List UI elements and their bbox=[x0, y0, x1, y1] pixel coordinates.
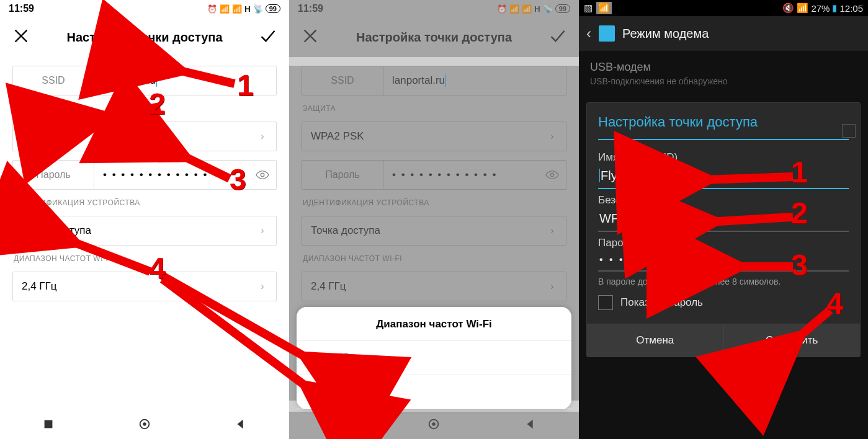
usb-modem-section[interactable]: USB-модем USB-подключения не обнаружено bbox=[579, 51, 868, 96]
chevron-right-icon: › bbox=[249, 225, 276, 236]
close-icon[interactable] bbox=[12, 27, 30, 47]
device-id-section-label: ИДЕНТИФИКАЦИЯ УСТРОЙСТВА bbox=[303, 198, 565, 207]
security-value: WPA2 PSK bbox=[13, 130, 249, 143]
status-icons: ⏰ 📶 📶 H 📡 99 bbox=[497, 4, 570, 14]
hotspot-dialog: Настройка точки доступа Имя сети (SSID) … bbox=[586, 102, 861, 357]
recents-icon[interactable] bbox=[331, 417, 344, 433]
svg-rect-5 bbox=[333, 420, 341, 428]
eye-icon[interactable] bbox=[249, 168, 276, 182]
device-id-section-label: ИДЕНТИФИКАЦИЯ УСТРОЙСТВА bbox=[14, 198, 275, 207]
frequency-popup: Диапазон частот Wi-Fi › 2,4 ГГц 5,0 ГГц bbox=[297, 307, 571, 409]
show-password-row[interactable]: Показать пароль bbox=[598, 295, 849, 310]
silent-icon: 🔇 bbox=[782, 2, 794, 14]
security-row[interactable]: WPA2 PSK › bbox=[12, 122, 277, 151]
dialog-buttons: Отмена Сохранить bbox=[587, 324, 860, 357]
password-row[interactable]: Пароль • • • • • • • • • • • • bbox=[302, 160, 566, 190]
annotation-number-4: 4 bbox=[149, 251, 166, 285]
recents-icon[interactable] bbox=[42, 417, 55, 433]
battery-icon: 99 bbox=[266, 4, 280, 13]
password-input[interactable]: • • • • • • • • • • • • bbox=[383, 169, 539, 181]
chevron-right-icon: › bbox=[539, 281, 566, 292]
ssid-label: Имя сети (SSID) bbox=[598, 151, 849, 164]
freq-option-5-0[interactable]: 5,0 ГГц bbox=[297, 375, 571, 409]
phone-1: 11:59 ⏰ 📶 📶 H 📡 99 Настройка точки досту… bbox=[0, 0, 289, 439]
wifi-icon: 📡 bbox=[543, 4, 553, 14]
chevron-right-icon: › bbox=[539, 131, 566, 142]
confirm-icon[interactable] bbox=[259, 27, 277, 47]
selected-chevron-icon: › bbox=[311, 352, 315, 363]
text-cursor bbox=[156, 74, 157, 87]
svg-point-0 bbox=[261, 173, 264, 177]
confirm-icon[interactable] bbox=[549, 27, 566, 47]
device-id-row[interactable]: Точка доступа › bbox=[302, 216, 566, 246]
save-button[interactable]: Сохранить bbox=[724, 324, 861, 357]
frequency-value: 2,4 ГГц bbox=[13, 280, 249, 293]
password-input[interactable]: • • • • • • • • • • • • • • bbox=[598, 249, 849, 272]
password-hint: В пароле должно быть не менее 8 символов… bbox=[598, 277, 849, 286]
security-value: WPA2 PSK bbox=[302, 130, 539, 143]
ssid-label: SSID bbox=[302, 66, 383, 95]
freq-section-label: ДИАПАЗОН ЧАСТОТ WI-FI bbox=[14, 254, 275, 263]
signal-icon: 📶 bbox=[522, 4, 532, 14]
device-id-row[interactable]: Точка доступа › bbox=[12, 216, 277, 246]
page-title: Режим модема bbox=[622, 27, 709, 41]
annotation-number-2: 2 bbox=[149, 87, 166, 121]
battery-pct: 27% bbox=[811, 3, 830, 14]
alarm-icon: ⏰ bbox=[207, 4, 217, 14]
password-input[interactable]: • • • • • • • • • • • • bbox=[94, 169, 249, 181]
freq-option-2-4[interactable]: › 2,4 ГГц bbox=[297, 341, 571, 375]
annotation-number-1: 1 bbox=[237, 68, 254, 102]
eye-icon[interactable] bbox=[539, 168, 566, 182]
back-icon[interactable] bbox=[234, 417, 248, 433]
popup-title: Диапазон частот Wi-Fi bbox=[297, 318, 571, 341]
frequency-row[interactable]: 2,4 ГГц › bbox=[302, 272, 566, 301]
security-label: Безопасность bbox=[598, 194, 849, 206]
page-title: Настройка точки доступа bbox=[66, 30, 222, 45]
status-time: 11:59 bbox=[298, 3, 323, 14]
security-select[interactable]: WPA2 PSK bbox=[598, 206, 849, 232]
device-id-value: Точка доступа bbox=[13, 224, 249, 237]
show-password-label: Показать пароль bbox=[620, 296, 703, 309]
security-row[interactable]: WPA2 PSK › bbox=[302, 122, 566, 151]
svg-rect-1 bbox=[44, 420, 52, 428]
app-icon bbox=[599, 25, 615, 42]
password-label: Пароль bbox=[302, 161, 383, 189]
nav-bar bbox=[289, 412, 579, 439]
battery-icon: 99 bbox=[555, 4, 570, 13]
ssid-input[interactable]: lanportal.ru bbox=[383, 74, 566, 87]
ssid-row[interactable]: SSID lanportal.ru bbox=[302, 66, 566, 95]
network-type: H bbox=[244, 4, 250, 14]
close-icon[interactable] bbox=[302, 27, 319, 47]
annotation-number-4: 4 bbox=[826, 286, 843, 321]
signal-icon: 📶 bbox=[220, 4, 230, 14]
usb-toggle[interactable] bbox=[842, 124, 856, 138]
cancel-button[interactable]: Отмена bbox=[587, 324, 724, 357]
status-icons: ⏰ 📶 📶 H 📡 99 bbox=[207, 4, 280, 14]
wifi-status-icon: 📶 bbox=[596, 2, 612, 14]
home-icon[interactable] bbox=[138, 417, 151, 433]
annotation-number-3: 3 bbox=[230, 162, 246, 197]
annotation-number-1: 1 bbox=[791, 155, 808, 189]
home-icon[interactable] bbox=[427, 417, 441, 433]
ssid-input[interactable]: Fly IQ446 bbox=[598, 164, 849, 189]
back-icon[interactable] bbox=[524, 417, 537, 433]
status-time: 12:05 bbox=[839, 3, 863, 14]
device-id-value: Точка доступа bbox=[302, 224, 539, 237]
notification-icon: ▧ bbox=[584, 2, 593, 14]
checkbox-icon[interactable] bbox=[598, 295, 613, 310]
status-time: 11:59 bbox=[9, 3, 34, 14]
chevron-right-icon: › bbox=[249, 131, 276, 142]
frequency-row[interactable]: 2,4 ГГц › bbox=[12, 272, 277, 301]
wifi-icon: 📡 bbox=[253, 4, 263, 14]
signal-icon: 📶 bbox=[509, 4, 519, 14]
back-chevron-icon[interactable]: ‹ bbox=[586, 25, 591, 42]
usb-modem-subtitle: USB-подключения не обнаружено bbox=[590, 76, 857, 86]
svg-point-3 bbox=[143, 422, 146, 426]
page-title: Настройка точки доступа bbox=[356, 30, 512, 45]
text-cursor bbox=[445, 74, 446, 87]
password-label: Пароль bbox=[598, 237, 849, 249]
status-bar: 11:59 ⏰ 📶 📶 H 📡 99 bbox=[289, 0, 579, 17]
signal-icon: 📶 bbox=[232, 4, 242, 14]
frequency-value: 2,4 ГГц bbox=[302, 280, 539, 293]
ssid-label: SSID bbox=[13, 66, 94, 95]
